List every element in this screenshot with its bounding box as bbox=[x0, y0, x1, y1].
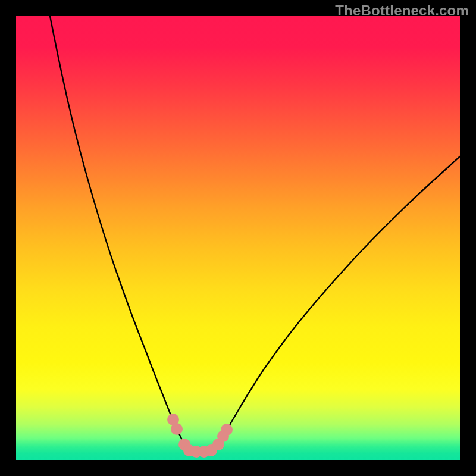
plot-area bbox=[16, 16, 460, 460]
watermark-label: TheBottleneck.com bbox=[335, 2, 469, 19]
curve-svg bbox=[16, 16, 460, 460]
curve-left bbox=[50, 16, 187, 449]
highlight-marker bbox=[221, 424, 233, 436]
curve-right bbox=[216, 156, 460, 449]
highlight-marker bbox=[171, 423, 183, 435]
chart-frame: TheBottleneck.com bbox=[0, 0, 476, 476]
